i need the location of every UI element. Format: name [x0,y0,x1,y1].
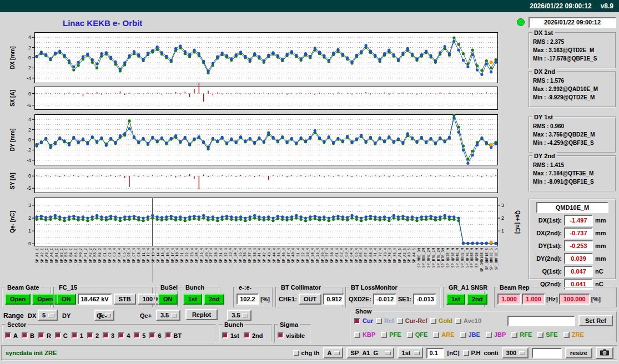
show-checkbox-cur[interactable]: Cur [354,317,373,324]
sector-checkbox-6[interactable]: 6 [149,332,161,339]
sector-checkbox-1[interactable]: 1 [72,332,83,339]
checkbox-icon[interactable] [278,332,284,338]
sector-checkbox-4[interactable]: 4 [118,332,130,339]
show-checkbox-label: SFE [546,331,557,338]
busel-on-button[interactable]: ON [158,294,178,305]
checkbox-icon[interactable] [293,350,299,356]
x-axis-label: SP_C6_4 [127,248,131,263]
show-checkbox-qfe[interactable]: QFE [407,331,428,338]
svg-text:-5: -5 [27,185,31,191]
fc15-group: FC_15 ON 18.462 kV STB 100 % [53,287,153,308]
show-checkbox-kbp[interactable]: KBP [354,331,375,338]
checkbox-icon[interactable] [165,332,172,338]
chg-th-checkbox[interactable]: chg th [293,350,320,356]
checkbox-icon[interactable] [376,318,382,324]
x-axis-label: SP_67_4 [364,248,368,263]
resize-button[interactable]: resize [565,347,592,358]
show-checkbox-zre[interactable]: ZRE [563,331,584,338]
sector-checkbox-c[interactable]: C [55,332,68,339]
set-ref-input[interactable] [507,316,575,326]
show-checkbox-pfe[interactable]: PFE [381,331,401,338]
stats-dy-1st: DY 1st RMS : 0.960 Max : 3.756@QBD2E_M M… [529,117,616,153]
show-checkbox-ave10[interactable]: Ave10 [455,317,481,324]
replot-button[interactable]: Replot [185,309,218,320]
checkbox-icon[interactable] [407,332,413,338]
screenshot-button[interactable] [596,347,613,359]
monitor-group-select[interactable]: SP_A1_G [346,347,394,358]
ee-ratio-group: e-:e- 102.2 [%] [233,287,273,308]
checkbox-icon[interactable] [460,332,466,338]
show-checkbox-sfe[interactable]: SFE [537,331,557,338]
sector-checkbox-r[interactable]: R [38,332,51,339]
snsr-1st-button[interactable]: 1st [446,294,465,305]
sector-checkbox-3[interactable]: 3 [103,332,114,339]
mode-a-select[interactable]: A [323,347,343,358]
x-axis-label: SP_R4_2 [98,248,102,263]
range-qem-select[interactable]: 3.5 [156,310,180,321]
show-checkbox-ref[interactable]: Ref [376,317,394,324]
che1-state-button[interactable]: OUT [299,294,321,305]
checkbox-icon[interactable] [381,332,387,338]
checkbox-icon[interactable] [563,332,570,338]
show-checkbox-gold[interactable]: Gold [430,317,452,324]
checkbox-icon[interactable] [22,332,28,338]
bunch-1st-button[interactable]: 1st [183,294,202,305]
beam-gate-open-1-button[interactable]: Open [5,294,31,305]
svg-text:Qe+ [nC]: Qe+ [nC] [515,210,521,234]
x-axis-label: SP_56_4 [320,248,325,263]
sector-checkbox-b[interactable]: B [22,332,34,339]
show-checkbox-jbp[interactable]: JBP [486,331,506,338]
sector-checkbox-a[interactable]: A [5,332,18,339]
checkbox-icon[interactable] [511,332,517,338]
checkbox-icon[interactable] [430,318,436,324]
checkbox-icon[interactable] [5,332,11,338]
range-qep-select[interactable]: 3.5 [227,310,251,321]
ee-ratio-field: 102.2 [236,294,259,305]
checkbox-icon[interactable] [149,332,155,338]
svg-text:-4: -4 [27,75,31,81]
show-checkbox-jbe[interactable]: JBE [460,331,480,338]
checkbox-icon[interactable] [463,350,469,356]
bunch-2nd-button[interactable]: 2nd [204,294,225,305]
fc15-on-button[interactable]: ON [57,294,76,305]
checkbox-icon[interactable] [397,318,403,324]
show-checkbox-rfe[interactable]: RFE [511,331,532,338]
show-checkbox-are[interactable]: ARE [433,331,454,338]
fc15-stb-button[interactable]: STB [114,294,136,305]
checkbox-icon[interactable] [118,332,124,338]
sigma-checkbox-visible[interactable]: visible [278,332,305,339]
checkbox-icon[interactable] [537,332,543,338]
set-ref-button[interactable]: Set Ref [578,315,613,326]
checkbox-icon[interactable] [244,332,250,338]
bunch-checkbox-1st[interactable]: 1st [222,332,239,339]
blank-input[interactable] [532,348,562,358]
sector-checkbox-5[interactable]: 5 [134,332,145,339]
interval-select[interactable]: 300 [502,347,529,358]
show-checkbox-cur-ref[interactable]: Cur-Ref [397,317,427,324]
checkbox-icon[interactable] [38,332,44,338]
checkbox-icon[interactable] [486,332,492,338]
snsr-2nd-button[interactable]: 2nd [467,294,488,305]
threshold-input[interactable] [426,348,444,358]
sector-checkbox-2[interactable]: 2 [87,332,99,339]
checkbox-icon[interactable] [354,318,360,324]
conti-toggle[interactable]: conti [484,350,499,356]
x-axis-label: SP_38_4 [253,248,257,263]
ee-ratio-unit: [%] [260,296,270,302]
bunch-checkbox-2nd[interactable]: 2nd [244,332,263,339]
charge-plot: 3210321Qe- [nC]Qe+ [nC] [34,198,498,246]
checkbox-icon[interactable] [87,332,93,338]
checkbox-icon[interactable] [134,332,140,338]
checkbox-icon[interactable] [222,332,228,338]
bunch-select[interactable]: 1st [397,347,423,358]
ph-checkbox[interactable]: P.H [463,350,481,356]
checkbox-icon[interactable] [455,318,461,324]
checkbox-icon[interactable] [354,332,360,338]
sector-checkbox-bt[interactable]: BT [165,332,182,339]
checkbox-icon[interactable] [72,332,78,338]
checkbox-icon[interactable] [433,332,439,338]
bunch-group: Bunch 1st 2nd [180,287,221,308]
checkbox-icon[interactable] [55,332,61,338]
checkbox-icon[interactable] [103,332,109,338]
range-dx-select[interactable]: 5 [38,310,58,321]
